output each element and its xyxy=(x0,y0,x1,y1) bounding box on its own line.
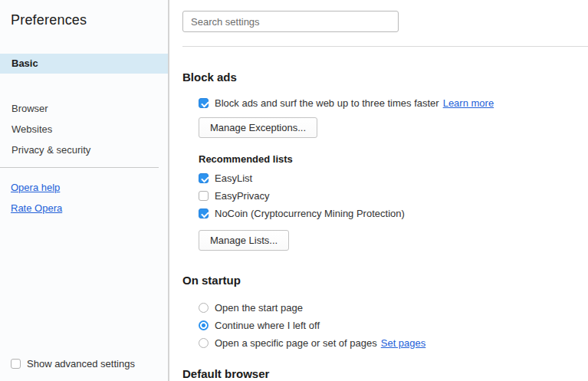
open-start-page-radio[interactable] xyxy=(199,303,209,313)
show-advanced-settings-checkbox[interactable] xyxy=(11,359,21,369)
block-ads-checkbox-label: Block ads and surf the web up to three t… xyxy=(215,97,439,109)
sidebar-item-label: Websites xyxy=(11,123,52,135)
open-start-page-label: Open the start page xyxy=(215,302,303,314)
default-browser-heading: Default browser xyxy=(182,367,269,380)
easyprivacy-row: EasyPrivacy xyxy=(199,190,270,202)
sidebar-item-label: Basic xyxy=(11,57,38,69)
page-title: Preferences xyxy=(11,12,87,28)
sidebar-item-basic[interactable]: Basic xyxy=(0,54,168,74)
sidebar-item-privacy-security[interactable]: Privacy & security xyxy=(0,140,168,160)
startup-option-specific-pages-row: Open a specific page or set of pages Set… xyxy=(199,337,425,349)
show-advanced-settings-row: Show advanced settings xyxy=(11,358,135,370)
sidebar-item-label: Browser xyxy=(11,103,48,114)
show-advanced-settings-label: Show advanced settings xyxy=(27,358,135,370)
rate-opera-link[interactable]: Rate Opera xyxy=(11,202,62,214)
search-input[interactable] xyxy=(182,11,399,32)
continue-where-left-off-label: Continue where I left off xyxy=(215,320,320,331)
easyprivacy-label: EasyPrivacy xyxy=(215,190,270,202)
recommended-lists-heading: Recommended lists xyxy=(199,153,293,165)
sidebar: Preferences Basic Browser Websites Priva… xyxy=(0,0,169,381)
open-specific-pages-label: Open a specific page or set of pages xyxy=(215,337,377,349)
easyprivacy-checkbox[interactable] xyxy=(199,191,209,201)
settings-content: Block ads Block ads and surf the web up … xyxy=(169,0,588,381)
on-startup-heading: On startup xyxy=(182,274,241,287)
easylist-label: EasyList xyxy=(215,172,252,184)
manage-lists-button[interactable]: Manage Lists... xyxy=(199,230,289,251)
open-specific-pages-radio[interactable] xyxy=(199,338,209,348)
set-pages-link[interactable]: Set pages xyxy=(381,337,426,349)
sidebar-divider xyxy=(0,167,159,168)
easylist-checkbox[interactable] xyxy=(199,173,209,183)
sidebar-item-label: Privacy & security xyxy=(11,144,90,156)
startup-option-continue-row: Continue where I left off xyxy=(199,320,320,331)
startup-option-start-page-row: Open the start page xyxy=(199,302,303,314)
preferences-page: Preferences Basic Browser Websites Priva… xyxy=(0,0,588,381)
sidebar-item-websites[interactable]: Websites xyxy=(0,120,168,140)
opera-help-link[interactable]: Opera help xyxy=(11,182,60,193)
block-ads-checkbox[interactable] xyxy=(199,98,209,108)
manage-exceptions-button[interactable]: Manage Exceptions... xyxy=(199,117,317,138)
easylist-row: EasyList xyxy=(199,172,252,184)
nocoin-checkbox[interactable] xyxy=(199,209,209,218)
block-ads-heading: Block ads xyxy=(182,71,237,84)
content-divider xyxy=(182,46,588,47)
learn-more-link[interactable]: Learn more xyxy=(443,97,494,109)
nocoin-row: NoCoin (Cryptocurrency Mining Protection… xyxy=(199,208,405,219)
continue-where-left-off-radio[interactable] xyxy=(199,320,209,330)
sidebar-item-browser[interactable]: Browser xyxy=(0,99,168,119)
nocoin-label: NoCoin (Cryptocurrency Mining Protection… xyxy=(215,208,405,219)
block-ads-checkbox-row: Block ads and surf the web up to three t… xyxy=(199,97,494,109)
